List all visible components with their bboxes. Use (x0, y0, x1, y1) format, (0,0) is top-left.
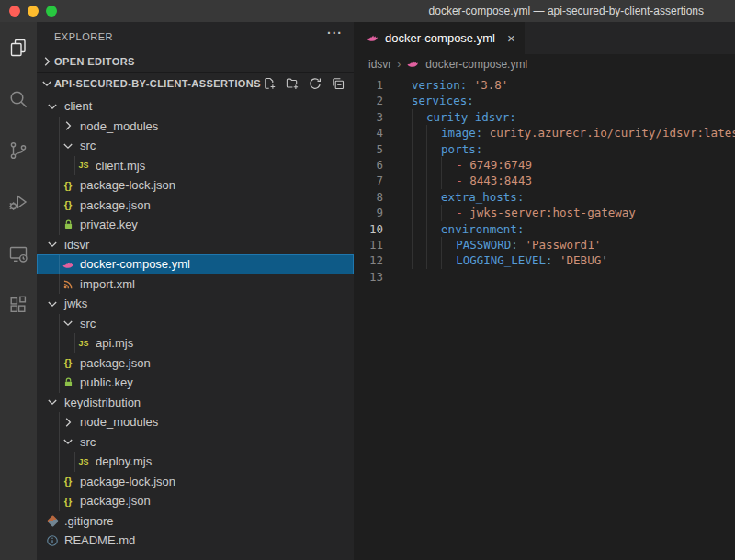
line-number: 11 (354, 237, 383, 252)
tree-item-node_modules[interactable]: node_modules (37, 412, 354, 432)
minimize-window-button[interactable] (28, 6, 39, 17)
source-control-activity-button[interactable] (0, 125, 37, 176)
tree-item-package-lock.json[interactable]: {}package-lock.json (37, 472, 354, 492)
editor-indent-guide (412, 125, 426, 140)
tree-item-deploy.mjs[interactable]: JSdeploy.mjs (37, 452, 354, 472)
tree-item-public.key[interactable]: public.key (37, 373, 354, 393)
editor-indent-guide (441, 157, 456, 173)
debug-icon (7, 191, 29, 213)
lock-icon (60, 375, 76, 391)
editor-indent-guide (426, 237, 441, 252)
code-token (553, 252, 560, 268)
zoom-window-button[interactable] (46, 6, 57, 17)
folding-region (383, 141, 412, 157)
breadcrumb: idsvr › docker-compose.yml (354, 54, 735, 74)
tree-item-label: .gitignore (64, 514, 113, 528)
code-line[interactable]: 8extra_hosts: (354, 189, 735, 205)
code-line[interactable]: 10environment: (354, 221, 735, 237)
editor-group: docker-compose.yml × idsvr › docker-comp… (354, 22, 735, 560)
tree-item-idsvr[interactable]: idsvr (37, 235, 354, 255)
workspace-label: API-SECURED-BY-CLIENT-ASSERTIONS (54, 78, 261, 89)
code-token: environment: (441, 221, 524, 237)
tree-item-label: jwks (64, 297, 87, 310)
code-line[interactable]: 1version: '3.8' (354, 77, 735, 93)
indent-guide (44, 274, 60, 295)
more-actions-icon[interactable]: ··· (327, 26, 343, 40)
explorer-sidebar: EXPLORER ··· OPEN EDITORS API-SECURED-BY… (37, 22, 354, 560)
line-number: 7 (354, 173, 383, 188)
tree-item-src[interactable]: src (37, 136, 354, 156)
code-line[interactable]: 3curity-idsvr: (354, 109, 735, 125)
tree-item-package-lock.json[interactable]: {}package-lock.json (37, 175, 354, 196)
tree-item-src[interactable]: src (37, 432, 354, 453)
tree-item-.gitignore[interactable]: .gitignore (37, 511, 354, 532)
code-line[interactable]: 9- jwks-server:host-gateway (354, 205, 735, 220)
editor-indent-guide (412, 141, 426, 157)
line-number: 12 (354, 252, 383, 268)
code-line[interactable]: 13 (354, 269, 735, 285)
docker-whale-icon (406, 56, 420, 73)
extensions-activity-button[interactable] (0, 279, 37, 330)
new-file-icon[interactable] (261, 75, 277, 92)
tab-docker-compose[interactable]: docker-compose.yml × (354, 22, 525, 54)
editor-indent-guide (426, 205, 441, 220)
line-number: 2 (354, 93, 383, 108)
code-line[interactable]: 12LOGGING_LEVEL: 'DEBUG' (354, 252, 735, 268)
tree-item-label: deploy.mjs (96, 454, 152, 468)
indent-guide (44, 333, 60, 353)
breadcrumb-file[interactable]: docker-compose.yml (425, 58, 527, 71)
tree-item-package.json[interactable]: {}package.json (37, 196, 354, 216)
editor-indent-guide (412, 173, 426, 188)
code-token: image: (441, 125, 482, 140)
sidebar-header: EXPLORER ··· (37, 22, 354, 51)
line-number: 4 (354, 125, 383, 140)
tree-item-src[interactable]: src (37, 314, 354, 334)
tree-item-docker-compose.yml[interactable]: docker-compose.yml (37, 254, 354, 274)
tree-item-jwks[interactable]: jwks (37, 294, 354, 314)
code-line[interactable]: 5ports: (354, 141, 735, 157)
line-number: 3 (354, 109, 383, 125)
indent-guide (44, 491, 60, 511)
search-activity-button[interactable] (0, 73, 37, 125)
code-line[interactable]: 6- 6749:6749 (354, 157, 735, 173)
remote-explorer-activity-button[interactable] (0, 228, 37, 279)
tree-item-package.json[interactable]: {}package.json (37, 353, 354, 374)
code-editor[interactable]: 1version: '3.8'2services:3curity-idsvr:4… (354, 74, 735, 560)
explorer-activity-button[interactable] (0, 22, 37, 73)
json-icon: {} (60, 177, 76, 194)
tree-item-keydistribution[interactable]: keydistribution (37, 393, 354, 413)
tree-item-node_modules[interactable]: node_modules (37, 117, 354, 137)
code-token: 'Password1' (525, 237, 601, 252)
workspace-section[interactable]: API-SECURED-BY-CLIENT-ASSERTIONS (37, 72, 354, 95)
new-folder-icon[interactable] (284, 75, 300, 92)
file-tree: clientnode_modulessrcJSclient.mjs{}packa… (37, 95, 354, 560)
open-editors-section[interactable]: OPEN EDITORS (37, 51, 354, 72)
tree-item-label: package.json (80, 356, 151, 370)
tree-item-private.key[interactable]: private.key (37, 215, 354, 235)
code-line[interactable]: 2services: (354, 93, 735, 108)
line-number: 13 (354, 269, 383, 285)
indent-guide (60, 452, 75, 472)
tree-item-label: README.md (64, 533, 135, 547)
tree-item-package.json[interactable]: {}package.json (37, 491, 354, 511)
breadcrumb-folder[interactable]: idsvr (368, 58, 391, 71)
tree-item-api.mjs[interactable]: JSapi.mjs (37, 333, 354, 353)
chevron-down-icon (44, 236, 61, 252)
code-line[interactable]: 7- 8443:8443 (354, 173, 735, 188)
tree-item-client.mjs[interactable]: JSclient.mjs (37, 156, 354, 176)
tree-item-client[interactable]: client (37, 96, 354, 117)
collapse-all-icon[interactable] (330, 75, 346, 92)
code-line[interactable]: 11PASSWORD: 'Password1' (354, 237, 735, 252)
run-debug-activity-button[interactable] (0, 176, 37, 228)
refresh-icon[interactable] (307, 75, 323, 92)
close-window-button[interactable] (9, 6, 20, 17)
code-token: PASSWORD: (456, 237, 518, 252)
code-token: curity-idsvr: (426, 109, 516, 125)
indent-guide (44, 412, 60, 432)
editor-indent-guide (426, 221, 441, 237)
tree-item-README.md[interactable]: README.md (37, 531, 354, 551)
tree-item-import.xml[interactable]: import.xml (37, 274, 354, 295)
code-line[interactable]: 4image: curity.azurecr.io/curity/idsvr:l… (354, 125, 735, 140)
close-tab-icon[interactable]: × (507, 31, 515, 45)
folding-region (383, 269, 412, 285)
